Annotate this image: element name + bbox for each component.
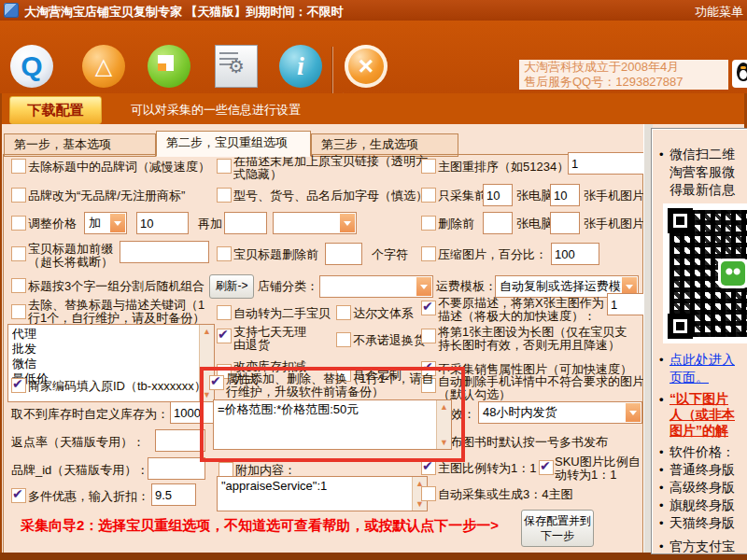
price-v1-input[interactable]	[136, 212, 189, 234]
checkbox-title-prefix[interactable]	[11, 246, 26, 261]
auto-del-phone-pic-label: 自动删除手机详情中不符合要求的图片（默认勾选）	[438, 375, 647, 401]
price-v2-input[interactable]	[224, 212, 267, 234]
checkbox-collect-first[interactable]	[421, 188, 436, 203]
toolbar: Q 单个采集 △ 列表采集 店铺采集 ⚙ 下载配置 i 使用帮助 × 退出系统 …	[0, 21, 747, 93]
checkbox-delete-first[interactable]	[421, 216, 436, 231]
delete-first-pc-input[interactable]	[483, 212, 513, 234]
seven-day-label: 支持七天无理由退货	[233, 326, 314, 352]
checkbox-second-hand[interactable]	[217, 305, 232, 320]
checkbox-reorder-pic[interactable]	[421, 159, 436, 174]
shipping-template-value: 自动复制或选择运费模板	[496, 276, 621, 297]
checkbox-title-split[interactable]	[11, 278, 26, 293]
sidebar-edition-flagship: 旗舰终身版	[657, 497, 747, 514]
chevron-down-icon[interactable]	[626, 403, 641, 422]
qr-finder-icon	[668, 208, 693, 233]
sidebar-alipay-label: 官方支付宝	[657, 538, 747, 554]
checkbox-append-link[interactable]	[217, 159, 232, 174]
discount-input[interactable]	[151, 483, 196, 506]
title-delete-tail-label: 个字符	[372, 248, 408, 261]
append-link-label: 在描述末尾加上原宝贝链接（透明方式隐藏）	[233, 155, 431, 181]
adjust-price-label: 调整价格	[28, 217, 77, 231]
checkbox-adjust-price[interactable]	[11, 216, 26, 231]
checkbox-compress[interactable]	[421, 246, 436, 261]
checkbox-discount[interactable]	[11, 488, 26, 503]
checkbox-seven-day[interactable]	[217, 329, 232, 343]
reorder-pic-input[interactable]	[568, 152, 650, 175]
checkbox-darwin[interactable]	[336, 305, 351, 320]
qq-icon[interactable]	[732, 60, 747, 88]
tab-step2[interactable]: 第二步，宝贝重组选项	[156, 131, 311, 157]
delete-first-phone-input[interactable]	[550, 212, 580, 234]
checkbox-brand-no[interactable]	[11, 188, 26, 203]
brand-id-input[interactable]	[148, 457, 205, 480]
company-info: 大淘营科技成立于2008年4月 售后服务QQ号：1293827887	[519, 60, 728, 90]
title-bar: 大淘营淘宝店铺宝贝复制专家 【天猫版】到期时间：不限时 功能菜单	[0, 0, 747, 21]
main-ratio-label: 主图比例转为1：1	[438, 462, 536, 475]
remove-keywords-label: 去除、替换标题与描述关键词（1行1个，自行维护，请及时备份）	[28, 299, 207, 325]
banner-subtitle: 可以对采集的一些信息进行设置	[131, 102, 301, 119]
checkbox-suffix-letter[interactable]	[217, 188, 232, 203]
compress-input[interactable]	[551, 243, 599, 265]
delete-first-mid-label: 张电脑	[516, 217, 553, 231]
darwin-label: 达尔文体系	[353, 307, 414, 320]
scrollbar[interactable]: ▲▼	[436, 400, 451, 449]
checkbox-no-desc[interactable]	[421, 301, 436, 315]
sidebar-link-pictures-note[interactable]: “以下图片 人（或非本 图片”的解	[657, 391, 747, 439]
scroll-up-icon[interactable]: ▲	[200, 326, 214, 337]
title-delete-label: 宝贝标题删除前	[233, 248, 318, 261]
delete-first-tail-label: 张手机图片	[584, 217, 644, 231]
chevron-down-icon[interactable]	[416, 277, 431, 296]
qr-finder-icon	[668, 314, 693, 339]
checkbox-no-return[interactable]	[336, 332, 351, 347]
title-delete-input[interactable]	[325, 243, 362, 265]
sidebar-link-page[interactable]: 点此处进入 页面。	[657, 351, 747, 386]
checkbox-long-pic[interactable]	[421, 329, 436, 343]
sidebar-wechat-note: 微信扫二维 淘营客服微 得最新信息	[657, 146, 747, 199]
checkbox-attr-replace[interactable]	[209, 375, 224, 390]
brand-no-label: 品牌改为“无品牌/无注册商标”	[28, 189, 185, 203]
price-op-dropdown[interactable]: 加	[84, 212, 127, 234]
checkbox-remove-keywords[interactable]	[11, 304, 26, 319]
sidebar-list: 微信扫二维 淘营客服微 得最新信息	[652, 146, 747, 199]
download-config-icon: ⚙	[215, 45, 258, 88]
download-config-tab-button[interactable]: 下载配置	[9, 96, 102, 124]
checkbox-main-ratio[interactable]	[421, 460, 436, 475]
wechat-qr-code	[663, 203, 747, 343]
checkbox-sku-ratio[interactable]	[539, 460, 554, 475]
function-menu-button[interactable]: 功能菜单	[695, 4, 743, 21]
price-preset-dropdown[interactable]	[273, 212, 357, 234]
checkbox-remove-brand-word[interactable]	[11, 159, 26, 174]
shop-category-dropdown[interactable]	[319, 275, 433, 298]
rebate-input[interactable]	[155, 429, 205, 452]
scroll-down-icon[interactable]: ▼	[437, 437, 451, 448]
single-collect-icon: Q	[10, 45, 53, 88]
checkbox-gen34[interactable]	[421, 486, 436, 501]
appraise-content: "appraiseService":1	[221, 479, 411, 509]
checkbox-title-delete[interactable]	[217, 246, 232, 261]
save-config-next-button[interactable]: 保存配置并到 下一步	[521, 510, 594, 547]
attr-replace-textarea[interactable]: =价格范围:*价格范围:50元 ▲▼	[213, 399, 452, 450]
refresh-button[interactable]: 刷新->	[209, 274, 254, 299]
discount-label: 多件优惠，输入折扣：	[28, 490, 149, 503]
collect-first-mid-label: 张电脑	[516, 189, 553, 203]
app-window: { "window": { "title": "大淘营淘宝店铺宝贝复制专家 【天…	[0, 0, 747, 560]
collect-first-phone-input[interactable]	[550, 184, 580, 206]
sidebar-edition-advanced: 高级终身版	[657, 479, 747, 497]
ship-time-dropdown[interactable]: 48小时内发货	[478, 401, 642, 424]
chevron-down-icon[interactable]	[110, 214, 125, 232]
appraise-textarea[interactable]: "appraiseService":1 ▲▼	[217, 476, 428, 511]
collect-first-pc-input[interactable]	[483, 184, 513, 206]
title-prefix-input[interactable]	[120, 241, 209, 263]
window-title: 大淘营淘宝店铺宝贝复制专家 【天猫版】到期时间：不限时	[24, 4, 344, 21]
scroll-up-icon[interactable]: ▲	[437, 401, 451, 413]
rebate-label: 返点率（天猫版专用）：	[11, 436, 145, 449]
sidebar-price-title: 软件价格：	[657, 443, 747, 461]
chevron-down-icon[interactable]	[340, 214, 355, 232]
no-desc-label: 不要原描述，将第X张主图作为描述（将极大的加快速度）：	[438, 297, 608, 323]
checkbox-extra-content[interactable]	[218, 462, 233, 477]
checkbox-merchant-code[interactable]	[11, 378, 26, 393]
list-collect-icon: △	[82, 45, 125, 88]
ship-time-value: 48小时内发货	[479, 402, 625, 423]
reorder-pic-label: 主图重排序（如51234）：	[438, 161, 581, 174]
shipping-template-label: 运费模板：	[436, 280, 497, 293]
